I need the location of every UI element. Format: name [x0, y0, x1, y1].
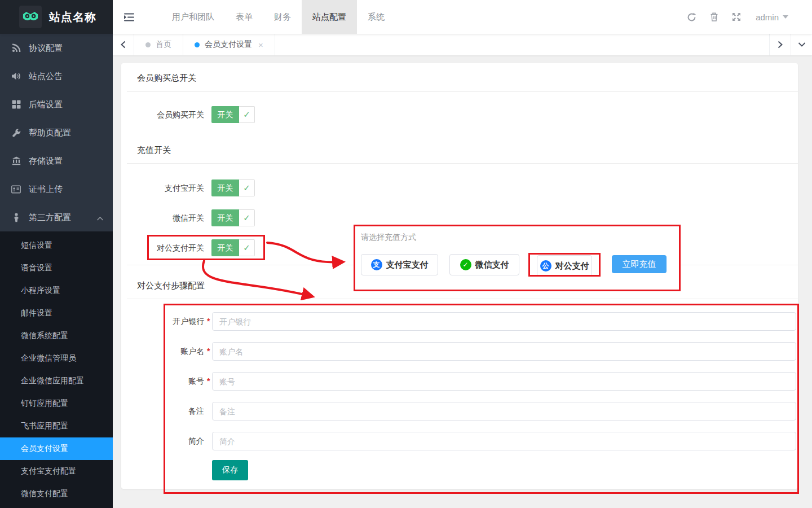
wechat-pay-button[interactable]: ✓ 微信支付	[449, 254, 519, 275]
bank-input[interactable]	[212, 312, 796, 331]
switch-on-label: 开关	[211, 179, 239, 196]
wrench-icon	[11, 128, 21, 138]
sidebar-item-third-party-config[interactable]: 第三方配置	[0, 203, 113, 231]
wechat-toggle[interactable]: 开关 ✓	[211, 209, 255, 226]
field-label: 微信开关	[121, 209, 204, 226]
submenu-item-member-pay[interactable]: 会员支付设置	[0, 437, 113, 460]
row-remark-field: 备注	[121, 402, 798, 421]
sidebar-item-protocol-config[interactable]: 协议配置	[0, 34, 113, 62]
switch-check-icon: ✓	[239, 209, 255, 226]
sidebar-item-storage-settings[interactable]: 存储设置	[0, 147, 113, 175]
submenu-item-miniprogram[interactable]: 小程序设置	[0, 279, 113, 302]
sidebar-item-help-page-config[interactable]: 帮助页配置	[0, 119, 113, 147]
pay-button-label: 对公支付	[555, 261, 589, 271]
tab-label: 首页	[156, 40, 171, 50]
certificate-icon	[11, 185, 21, 194]
submenu-item-wecom-admin[interactable]: 企业微信管理员	[0, 347, 113, 370]
tab-bar: 首页 会员支付设置 ×	[113, 34, 812, 55]
brand-title: 站点名称	[49, 10, 96, 25]
sidebar-item-backend-settings[interactable]: 后端设置	[0, 90, 113, 119]
tab-member-pay-settings[interactable]: 会员支付设置 ×	[183, 34, 275, 55]
tab-dot	[145, 42, 151, 47]
required-asterisk: *	[207, 372, 210, 391]
nav-item-forms[interactable]: 表单	[225, 0, 263, 34]
row-member-purchase-switch: 会员购买开关 开关 ✓	[121, 106, 798, 123]
submenu-item-dingtalk-app[interactable]: 钉钉应用配置	[0, 392, 113, 415]
speaker-icon	[11, 72, 21, 81]
tabs-menu-icon[interactable]	[791, 34, 812, 55]
corporate-pay-button[interactable]: 公 对公支付	[537, 255, 592, 277]
person-icon	[11, 213, 21, 222]
refresh-icon[interactable]	[680, 0, 703, 34]
bank-icon	[11, 156, 21, 166]
user-name: admin	[756, 12, 779, 22]
top-bar-main: 用户和团队 表单 财务 站点配置 系统	[113, 0, 812, 34]
tabs-scroll-right-icon[interactable]	[769, 34, 791, 55]
divider	[127, 163, 798, 164]
member-purchase-toggle[interactable]: 开关 ✓	[211, 106, 255, 123]
nav-item-site-config[interactable]: 站点配置	[302, 0, 357, 34]
submenu-item-wechat-pay-config[interactable]: 微信支付配置	[0, 483, 113, 505]
account-name-input[interactable]	[212, 342, 796, 361]
tab-label: 会员支付设置	[205, 40, 252, 50]
alipay-pay-button[interactable]: 支 支付宝支付	[361, 254, 438, 275]
nav-item-system[interactable]: 系统	[357, 0, 395, 34]
nav-item-users-teams[interactable]: 用户和团队	[161, 0, 225, 34]
top-bar-right: admin	[680, 0, 812, 34]
user-menu[interactable]: admin	[756, 12, 788, 22]
tab-bar-spacer	[275, 34, 769, 55]
required-asterisk: *	[207, 312, 210, 331]
section-title-corporate-steps: 对公支付步骤配置	[137, 281, 205, 291]
alipay-icon: 支	[371, 259, 382, 270]
save-button[interactable]: 保存	[212, 460, 248, 480]
pay-button-label: 微信支付	[475, 260, 509, 270]
menu-collapse-icon[interactable]	[113, 0, 145, 34]
trash-icon[interactable]	[703, 0, 725, 34]
tabs-scroll-left-icon[interactable]	[113, 34, 134, 55]
settings-card: 会员购买总开关 会员购买开关 开关 ✓ 充值开关 支付宝开关 开关 ✓ 微信开关	[121, 63, 798, 489]
sidebar: 协议配置 站点公告 后端设置 帮助页配置	[0, 34, 113, 508]
main-content: 会员购买总开关 会员购买开关 开关 ✓ 充值开关 支付宝开关 开关 ✓ 微信开关	[113, 55, 812, 508]
sidebar-item-certificate-upload[interactable]: 证书上传	[0, 175, 113, 203]
annotation-box-form	[164, 304, 799, 494]
corporate-pay-toggle[interactable]: 开关 ✓	[211, 239, 255, 256]
submenu-item-sms[interactable]: 短信设置	[0, 234, 113, 257]
recharge-now-button[interactable]: 立即充值	[612, 255, 667, 273]
account-number-input[interactable]	[212, 372, 796, 391]
app-root: 站点名称 用户和团队 表单 财务 站点配置 系统	[0, 0, 812, 508]
switch-check-icon: ✓	[239, 239, 255, 256]
nav-item-finance[interactable]: 财务	[263, 0, 302, 34]
alipay-toggle[interactable]: 开关 ✓	[211, 179, 255, 196]
submenu-item-alipay-config[interactable]: 支付宝支付配置	[0, 460, 113, 483]
intro-input[interactable]	[212, 432, 796, 450]
tab-home[interactable]: 首页	[134, 34, 183, 55]
field-label: 简介	[121, 432, 204, 450]
switch-on-label: 开关	[211, 209, 239, 226]
remark-input[interactable]	[212, 402, 796, 421]
sidebar-submenu: 短信设置 语音设置 小程序设置 邮件设置 微信系统配置 企业微信管理员 企业微信…	[0, 231, 113, 508]
row-wechat-switch: 微信开关 开关 ✓	[121, 209, 798, 226]
caret-down-icon	[783, 15, 788, 19]
field-label: 会员购买开关	[121, 106, 204, 123]
submenu-item-voice[interactable]: 语音设置	[0, 257, 113, 279]
field-label: 账号	[121, 372, 204, 391]
submenu-item-feishu-app[interactable]: 飞书应用配置	[0, 415, 113, 437]
submenu-item-mail[interactable]: 邮件设置	[0, 302, 113, 325]
grid-icon	[11, 100, 21, 110]
sidebar-item-label: 证书上传	[29, 184, 63, 195]
row-account-number-field: 账号 *	[121, 372, 798, 391]
section-title-recharge: 充值开关	[137, 145, 171, 156]
close-icon[interactable]: ×	[258, 40, 263, 50]
submenu-item-wechat-system[interactable]: 微信系统配置	[0, 325, 113, 347]
fullscreen-icon[interactable]	[725, 0, 748, 34]
sidebar-item-site-announcement[interactable]: 站点公告	[0, 62, 113, 90]
recharge-panel-title: 请选择充值方式	[361, 233, 416, 243]
submenu-item-wecom-app[interactable]: 企业微信应用配置	[0, 370, 113, 392]
corporate-pay-icon: 公	[540, 260, 551, 271]
pay-button-label: 支付宝支付	[386, 260, 429, 270]
tab-dot	[195, 42, 200, 47]
sidebar-item-label: 存储设置	[29, 156, 63, 167]
top-nav: 用户和团队 表单 财务 站点配置 系统	[161, 0, 395, 34]
switch-check-icon: ✓	[239, 106, 255, 123]
top-bar: 站点名称 用户和团队 表单 财务 站点配置 系统	[0, 0, 812, 34]
